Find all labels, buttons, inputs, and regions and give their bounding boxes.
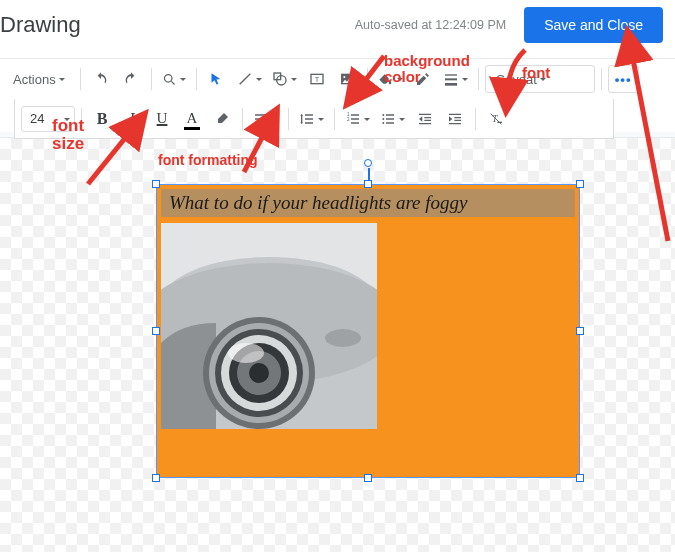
svg-point-31 [228,343,264,363]
font-size-select[interactable]: 24 [21,106,75,132]
dialog-title: Drawing [0,12,81,38]
separator [81,108,82,130]
font-size-value: 24 [30,111,44,126]
resize-handle-mt[interactable] [364,180,372,188]
separator [367,68,368,90]
border-color-button[interactable] [409,65,437,93]
select-tool[interactable] [203,65,231,93]
dialog-header: Drawing Auto-saved at 12:24:09 PM Save a… [0,0,675,58]
embedded-image[interactable] [161,223,377,429]
border-weight-button[interactable] [439,65,472,93]
resize-handle-tr[interactable] [576,180,584,188]
italic-button[interactable]: I [118,105,146,133]
resize-handle-mb[interactable] [364,474,372,482]
resize-handle-tl[interactable] [152,180,160,188]
underline-button[interactable]: U [148,105,176,133]
align-button[interactable] [249,105,282,133]
separator [334,108,335,130]
selected-shape[interactable]: What to do if your headlights are foggy [156,184,580,478]
resize-handle-ml[interactable] [152,327,160,335]
zoom-button[interactable] [158,65,190,93]
svg-line-2 [239,74,250,85]
separator [196,68,197,90]
svg-text:T: T [314,75,319,84]
toolbar-text-format: 24 B I U A 12 T [14,99,614,139]
svg-point-0 [164,74,172,82]
autosave-status: Auto-saved at 12:24:09 PM [81,18,524,32]
highlight-color-button[interactable] [208,105,236,133]
separator [475,108,476,130]
shape-tool[interactable] [268,65,301,93]
line-spacing-button[interactable] [295,105,328,133]
decrease-indent-button[interactable] [411,105,439,133]
undo-button[interactable] [87,65,115,93]
toolbar-primary: Actions T Caveat ••• [0,59,675,99]
svg-rect-11 [445,83,457,86]
save-and-close-button[interactable]: Save and Close [524,7,663,43]
redo-button[interactable] [117,65,145,93]
svg-point-17 [382,122,384,124]
bulleted-list-button[interactable] [376,105,409,133]
separator [288,108,289,130]
rotate-handle[interactable] [364,159,372,167]
separator [601,68,602,90]
fill-color-button[interactable] [374,65,407,93]
svg-line-1 [171,81,174,84]
resize-handle-bl[interactable] [152,474,160,482]
image-tool[interactable] [333,65,361,93]
more-options-button[interactable]: ••• [608,65,639,93]
increase-indent-button[interactable] [441,105,469,133]
svg-point-8 [343,76,345,78]
svg-point-32 [325,329,361,347]
actions-menu[interactable]: Actions [4,65,74,93]
clear-formatting-button[interactable]: T [482,105,510,133]
separator [80,68,81,90]
separator [151,68,152,90]
bold-button[interactable]: B [88,105,116,133]
svg-point-30 [249,363,269,383]
svg-text:2: 2 [347,117,350,122]
resize-handle-mr[interactable] [576,327,584,335]
shape-caption[interactable]: What to do if your headlights are foggy [161,189,575,217]
line-tool[interactable] [233,65,266,93]
font-family-select[interactable]: Caveat [485,65,595,93]
separator [478,68,479,90]
textbox-tool[interactable]: T [303,65,331,93]
svg-point-15 [382,114,384,116]
resize-handle-br[interactable] [576,474,584,482]
numbered-list-button[interactable]: 12 [341,105,374,133]
drawing-canvas[interactable]: What to do if your headlights are foggy [0,138,675,552]
svg-rect-9 [445,74,457,75]
separator [242,108,243,130]
svg-rect-10 [445,78,457,80]
svg-point-16 [382,118,384,120]
text-color-button[interactable]: A [178,105,206,133]
